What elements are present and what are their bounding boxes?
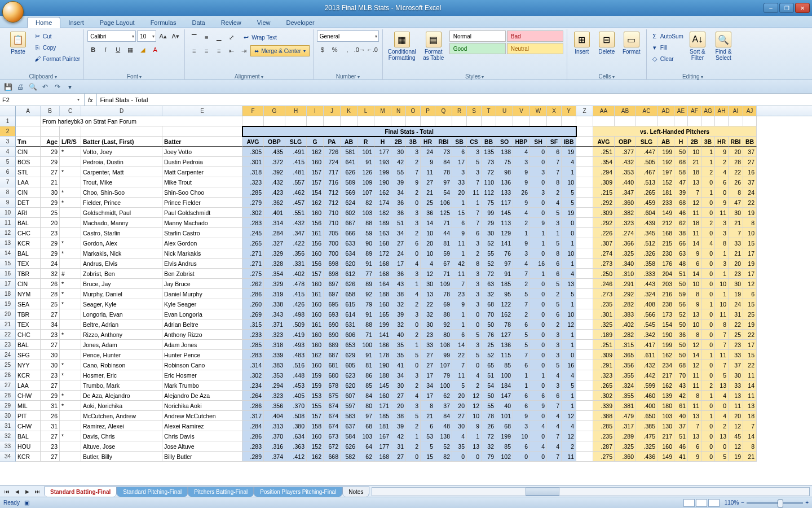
comma-button[interactable]: , (342, 44, 353, 55)
style-bad[interactable]: Bad (507, 30, 563, 42)
eraser-icon: ◇ (650, 54, 659, 63)
format-cells-button[interactable]: ▭Format (620, 30, 643, 56)
align-left-button[interactable]: ≡ (188, 45, 200, 56)
font-name-combo[interactable]: Calibri (87, 30, 136, 42)
copy-button[interactable]: ⎘Copy (33, 42, 80, 53)
italic-button[interactable]: I (100, 44, 111, 55)
group-label-number: Number (317, 73, 379, 80)
fill-button[interactable]: ▾Fill (650, 42, 683, 53)
name-box-input[interactable] (2, 97, 75, 103)
wrap-text-button[interactable]: ↩Wrap Text (241, 32, 277, 43)
conditional-formatting-button[interactable]: ▦Conditional Formatting (386, 30, 418, 62)
group-label-cells: Cells (571, 73, 643, 80)
paste-button[interactable]: 📋 Paste (6, 30, 30, 56)
orientation-button[interactable]: ⤢ (226, 32, 237, 43)
align-center-button[interactable]: ≡ (201, 45, 212, 56)
undo-icon[interactable]: ↶ (41, 82, 50, 91)
format-icon: ▭ (624, 32, 639, 47)
office-button[interactable] (2, 1, 24, 23)
insert-cells-button[interactable]: ⊞Insert (571, 30, 593, 56)
wrap-icon: ↩ (241, 33, 250, 42)
style-normal[interactable]: Normal (449, 30, 506, 42)
font-color-button[interactable]: A (149, 44, 161, 55)
ribbon-tabs: HomeInsertPage LayoutFormulasDataReviewV… (0, 16, 812, 28)
group-alignment: ▔ ≡ ▁ ⤢ ↩Wrap Text ≡ ≡ ≡ ⇤ ⇥ ⬌Merge & Ce… (185, 29, 314, 80)
fx-icon[interactable]: fx (88, 97, 93, 103)
window-title: 2013 Final MLB Stats - Microsoft Excel (2, 4, 764, 12)
ribbon-tab-developer[interactable]: Developer (278, 17, 322, 28)
copy-icon: ⎘ (33, 43, 42, 52)
name-box-dropdown-icon[interactable]: ▾ (75, 97, 82, 102)
ribbon-tab-formulas[interactable]: Formulas (143, 17, 184, 28)
minimize-button[interactable]: – (764, 3, 778, 13)
window-controls: – ❐ ✕ (764, 3, 810, 13)
ribbon-tab-review[interactable]: Review (213, 17, 249, 28)
align-middle-button[interactable]: ≡ (201, 32, 212, 43)
group-cells: ⊞Insert ⊟Delete ▭Format Cells (567, 29, 647, 80)
find-select-button[interactable]: 🔍Find & Select (712, 30, 735, 62)
find-icon: 🔍 (716, 32, 731, 47)
sort-filter-button[interactable]: A↓Sort & Filter (686, 30, 709, 62)
scissors-icon: ✂ (33, 32, 42, 41)
preview-icon[interactable]: 🔍 (28, 82, 37, 91)
group-label-styles: Styles (386, 73, 563, 80)
print-icon[interactable]: 🖨 (16, 82, 25, 91)
ribbon: 📋 Paste ✂Cut ⎘Copy 🖌Format Painter Clipb… (0, 28, 812, 80)
maximize-button[interactable]: ❐ (779, 3, 794, 13)
number-format-combo[interactable]: General (317, 30, 379, 42)
format-as-table-button[interactable]: ▤Format as Table (420, 30, 447, 62)
grow-font-button[interactable]: A▴ (157, 30, 169, 42)
group-styles: ▦Conditional Formatting ▤Format as Table… (383, 29, 567, 80)
style-good[interactable]: Good (449, 43, 506, 54)
shrink-font-button[interactable]: A▾ (170, 30, 181, 42)
autosum-button[interactable]: ΣAutoSum (650, 30, 683, 42)
border-button[interactable]: ▦ (125, 44, 136, 55)
group-font: Calibri 10 A▴ A▾ B I U ▦ ◢ A Font (84, 29, 185, 80)
qat-customize-icon[interactable]: ▾ (65, 82, 74, 91)
delete-cells-button[interactable]: ⊟Delete (595, 30, 618, 56)
formula-input[interactable]: Final Stats - Total (97, 94, 812, 106)
bold-button[interactable]: B (87, 44, 99, 55)
group-label-alignment: Alignment (188, 73, 310, 80)
cond-fmt-icon: ▦ (394, 32, 410, 47)
accounting-button[interactable]: $ (317, 44, 328, 55)
ribbon-tab-home[interactable]: Home (27, 17, 60, 28)
align-right-button[interactable]: ≡ (213, 45, 224, 56)
group-label-editing: Editing (650, 73, 735, 80)
table-icon: ▤ (426, 32, 442, 47)
percent-button[interactable]: % (329, 44, 341, 55)
increase-indent-button[interactable]: ⇥ (238, 45, 249, 56)
increase-decimal-button[interactable]: .0→ (354, 44, 365, 55)
merge-icon: ⬌ (254, 48, 259, 54)
brush-icon: 🖌 (33, 54, 42, 63)
save-icon[interactable]: 💾 (3, 82, 12, 91)
formula-controls: fx (85, 94, 97, 106)
decrease-indent-button[interactable]: ⇤ (226, 45, 237, 56)
group-label-font: Font (87, 73, 181, 80)
merge-center-button[interactable]: ⬌Merge & Center▾ (250, 45, 310, 56)
style-neutral[interactable]: Neutral (507, 43, 563, 54)
formula-bar: ▾ fx Final Stats - Total (0, 94, 812, 106)
group-clipboard: 📋 Paste ✂Cut ⎘Copy 🖌Format Painter Clipb… (2, 29, 84, 80)
align-bottom-button[interactable]: ▁ (213, 32, 224, 43)
paste-icon: 📋 (10, 32, 26, 47)
sigma-icon: Σ (650, 32, 659, 41)
clear-button[interactable]: ◇Clear (650, 53, 683, 64)
ribbon-tab-view[interactable]: View (249, 17, 279, 28)
ribbon-tab-page-layout[interactable]: Page Layout (92, 17, 143, 28)
font-size-combo[interactable]: 10 (137, 30, 156, 42)
align-top-button[interactable]: ▔ (188, 32, 200, 43)
ribbon-tab-data[interactable]: Data (184, 17, 213, 28)
close-button[interactable]: ✕ (795, 3, 810, 13)
fill-color-button[interactable]: ◢ (137, 44, 148, 55)
decrease-decimal-button[interactable]: ←.0 (367, 44, 378, 55)
ribbon-tab-insert[interactable]: Insert (60, 17, 92, 28)
sort-icon: A↓ (690, 32, 705, 47)
redo-icon[interactable]: ↷ (53, 82, 62, 91)
cut-button[interactable]: ✂Cut (33, 30, 80, 42)
insert-icon: ⊞ (574, 32, 590, 47)
underline-button[interactable]: U (112, 44, 123, 55)
quick-access-toolbar: 💾 🖨 🔍 ↶ ↷ ▾ (0, 80, 812, 94)
name-box[interactable]: ▾ (0, 94, 85, 106)
format-painter-button[interactable]: 🖌Format Painter (33, 53, 80, 64)
